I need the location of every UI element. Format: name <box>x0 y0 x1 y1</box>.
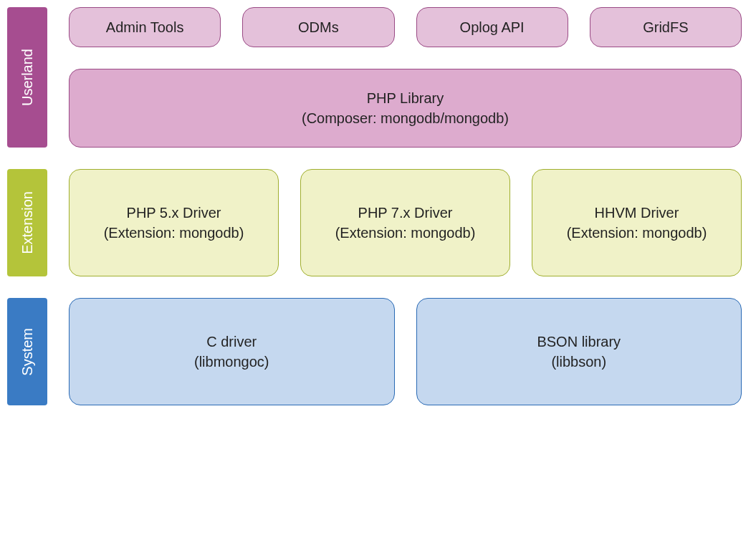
layer-label-text: Userland <box>19 49 36 106</box>
architecture-diagram: Userland Admin Tools ODMs Oplog API Grid… <box>7 7 742 405</box>
box-admin-tools: Admin Tools <box>69 7 221 47</box>
box-title: PHP 7.x Driver <box>358 203 453 223</box>
box-label: GridFS <box>643 17 688 37</box>
box-subtitle: (libmongoc) <box>194 352 269 372</box>
layer-label-system: System <box>7 298 47 405</box>
layer-content-system: C driver (libmongoc) BSON library (libbs… <box>69 298 742 405</box>
box-php7-driver: PHP 7.x Driver (Extension: mongodb) <box>300 169 510 276</box>
box-c-driver: C driver (libmongoc) <box>69 298 395 405</box>
box-subtitle: (Composer: mongodb/mongodb) <box>302 108 509 128</box>
layer-content-userland: Admin Tools ODMs Oplog API GridFS PHP Li… <box>69 7 742 148</box>
box-oplog-api: Oplog API <box>416 7 568 47</box>
layer-userland: Userland Admin Tools ODMs Oplog API Grid… <box>7 7 742 148</box>
layer-label-text: Extension <box>19 191 36 254</box>
system-libs-row: C driver (libmongoc) BSON library (libbs… <box>69 298 742 405</box>
box-subtitle: (Extension: mongodb) <box>567 223 707 243</box>
box-odms: ODMs <box>242 7 394 47</box>
extension-drivers-row: PHP 5.x Driver (Extension: mongodb) PHP … <box>69 169 742 276</box>
box-bson-library: BSON library (libbson) <box>416 298 742 405</box>
box-title: BSON library <box>537 332 621 352</box>
layer-system: System C driver (libmongoc) BSON library… <box>7 298 742 405</box>
box-title: PHP Library <box>367 88 444 108</box>
box-gridfs: GridFS <box>590 7 742 47</box>
box-label: Admin Tools <box>106 17 184 37</box>
box-php5-driver: PHP 5.x Driver (Extension: mongodb) <box>69 169 279 276</box>
layer-content-extension: PHP 5.x Driver (Extension: mongodb) PHP … <box>69 169 742 276</box>
box-title: PHP 5.x Driver <box>127 203 221 223</box>
box-subtitle: (Extension: mongodb) <box>104 223 244 243</box>
box-subtitle: (libbson) <box>551 352 606 372</box>
box-title: C driver <box>206 332 257 352</box>
box-label: ODMs <box>298 17 339 37</box>
box-php-library: PHP Library (Composer: mongodb/mongodb) <box>69 69 742 148</box>
userland-tools-row: Admin Tools ODMs Oplog API GridFS <box>69 7 742 47</box>
layer-label-userland: Userland <box>7 7 47 148</box>
box-hhvm-driver: HHVM Driver (Extension: mongodb) <box>532 169 742 276</box>
layer-label-extension: Extension <box>7 169 47 276</box>
layer-label-text: System <box>19 328 36 376</box>
layer-extension: Extension PHP 5.x Driver (Extension: mon… <box>7 169 742 276</box>
userland-library-row: PHP Library (Composer: mongodb/mongodb) <box>69 69 742 148</box>
box-label: Oplog API <box>460 17 525 37</box>
box-title: HHVM Driver <box>595 203 679 223</box>
box-subtitle: (Extension: mongodb) <box>335 223 476 243</box>
